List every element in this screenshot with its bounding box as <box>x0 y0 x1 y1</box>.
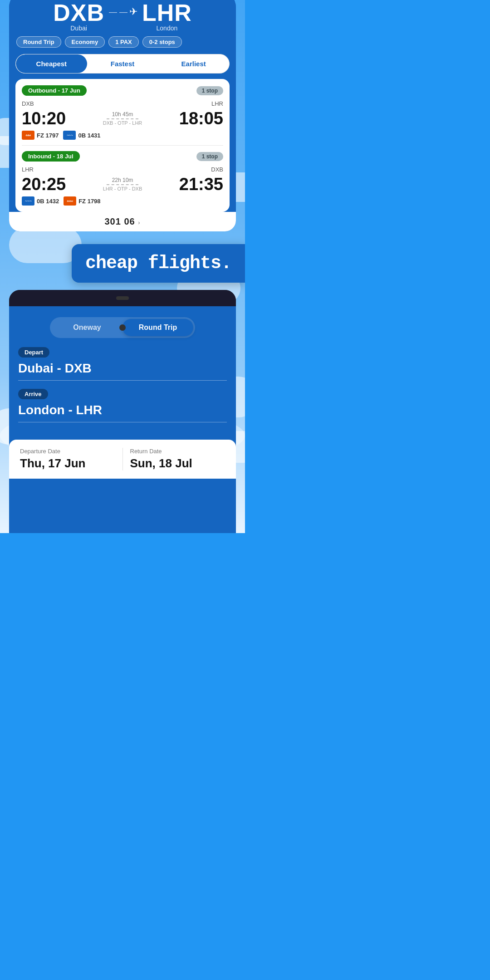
departure-date-col: Departure Date Thu, 17 Jun <box>20 448 123 470</box>
cabin-pill[interactable]: Economy <box>65 36 105 48</box>
route-info-row: Round Trip Economy 1 PAX 0-2 stops <box>9 36 236 54</box>
blue-logo-1: 〜〜〜 <box>63 131 76 140</box>
search-form: Depart Dubai - DXB Arrive London - LHR <box>9 338 236 440</box>
price-preview: 301 06 › <box>9 212 236 231</box>
inbound-flight2-code: FZ 1798 <box>78 198 100 205</box>
cheap-flights-text: cheap flights. <box>85 253 231 274</box>
outbound-dep-time: 10:20 <box>22 110 66 127</box>
outbound-section: Outbound - 17 Jun 1 stop DXB LHR 10:20 1… <box>22 85 223 140</box>
inbound-airports-row: LHR DXB <box>22 166 223 173</box>
depart-label: Depart <box>18 347 49 358</box>
pax-pill[interactable]: 1 PAX <box>108 36 139 48</box>
dates-row: Departure Date Thu, 17 Jun Return Date S… <box>20 448 225 470</box>
trip-toggle-wrapper: Oneway Round Trip <box>9 306 236 338</box>
inbound-airline-1: 〜〜〜 0B 1432 <box>22 196 59 206</box>
inbound-label: Inbound - 18 Jul <box>22 151 80 162</box>
return-date-value[interactable]: Sun, 18 Jul <box>130 456 225 470</box>
top-phone-mockup: DXB Dubai — — ✈ LHR London Round Trip Ec… <box>9 0 236 231</box>
notch <box>116 296 129 300</box>
divider <box>22 145 223 146</box>
return-date-label: Return Date <box>130 448 225 455</box>
outbound-airlines: dubai FZ 1797 〜〜〜 0B 1431 <box>22 131 223 140</box>
departure-date-label: Departure Date <box>20 448 115 455</box>
banner-container: cheap flights. <box>0 244 245 283</box>
route-header: DXB Dubai — — ✈ LHR London <box>9 0 236 36</box>
tab-earliest[interactable]: Earliest <box>158 54 229 73</box>
trip-type-pill[interactable]: Round Trip <box>16 36 61 48</box>
outbound-flight2-code: 0B 1431 <box>78 132 100 139</box>
sky-background: 〜 〜 〜 〜 DXB Dubai — — ✈ LHR London <box>0 0 245 533</box>
tab-fastest[interactable]: Fastest <box>87 54 158 73</box>
dubai-logo-1: dubai <box>22 131 34 140</box>
outbound-times-row: 10:20 10h 45m DXB - OTP - LHR 18:05 <box>22 110 223 127</box>
outbound-route: DXB - OTP - LHR <box>69 120 176 126</box>
tab-cheapest[interactable]: Cheapest <box>16 54 87 73</box>
toggle-dot <box>119 324 126 331</box>
round-trip-option[interactable]: Round Trip <box>122 319 193 336</box>
outbound-duration-block: 10h 45m DXB - OTP - LHR <box>66 111 179 126</box>
outbound-from: DXB <box>22 100 34 107</box>
inbound-airline-2: dubai FZ 1798 <box>64 196 100 206</box>
return-date-col: Return Date Sun, 18 Jul <box>123 448 225 470</box>
dubai-logo-2: dubai <box>64 196 76 206</box>
inbound-from: LHR <box>22 166 34 173</box>
inbound-times-row: 20:25 22h 10m LHR - OTP - DXB 21:35 <box>22 176 223 193</box>
inbound-section: Inbound - 18 Jul 1 stop LHR DXB 20:25 22… <box>22 151 223 206</box>
inbound-dotted-line <box>69 184 176 185</box>
dest-code: LHR <box>142 0 192 26</box>
outbound-airline-2: 〜〜〜 0B 1431 <box>63 131 100 140</box>
outbound-airline-1: dubai FZ 1797 <box>22 131 59 140</box>
outbound-to: LHR <box>211 100 223 107</box>
flight-direction-arrow: — — ✈ <box>109 6 137 18</box>
outbound-label: Outbound - 17 Jun <box>22 85 87 96</box>
inbound-duration: 22h 10m <box>69 177 176 183</box>
inbound-dep-time: 20:25 <box>22 176 66 193</box>
sort-tabs: Cheapest Fastest Earliest <box>15 54 230 74</box>
inbound-duration-block: 22h 10m LHR - OTP - DXB <box>66 177 179 191</box>
inbound-stop-badge: 1 stop <box>196 152 223 161</box>
arrive-value[interactable]: London - LHR <box>18 403 227 422</box>
bottom-phone-inner: Oneway Round Trip Depart Dubai - DXB Arr… <box>9 306 236 533</box>
inbound-to: DXB <box>211 166 223 173</box>
stops-pill[interactable]: 0-2 stops <box>142 36 182 48</box>
origin-code: DXB <box>53 0 104 26</box>
outbound-duration: 10h 45m <box>69 111 176 118</box>
blue-logo-2: 〜〜〜 <box>22 196 34 206</box>
inbound-flight1-code: 0B 1432 <box>37 198 59 205</box>
bottom-phone-mockup: Oneway Round Trip Depart Dubai - DXB Arr… <box>9 290 236 533</box>
outbound-flight1-code: FZ 1797 <box>37 132 59 139</box>
depart-value[interactable]: Dubai - DXB <box>18 361 227 381</box>
dates-section: Departure Date Thu, 17 Jun Return Date S… <box>9 440 236 479</box>
outbound-stop-badge: 1 stop <box>196 86 223 95</box>
outbound-arr-time: 18:05 <box>179 110 223 127</box>
inbound-arr-time: 21:35 <box>179 176 223 193</box>
flight-results: Outbound - 17 Jun 1 stop DXB LHR 10:20 1… <box>15 79 230 212</box>
outbound-airports-row: DXB LHR <box>22 100 223 107</box>
cheap-flights-box: cheap flights. <box>72 244 245 283</box>
departure-date-value[interactable]: Thu, 17 Jun <box>20 456 115 470</box>
notch-bar <box>9 290 236 306</box>
inbound-route: LHR - OTP - DXB <box>69 186 176 191</box>
arrive-label: Arrive <box>18 389 48 399</box>
trip-toggle: Oneway Round Trip <box>50 317 195 338</box>
outbound-dotted-line <box>69 118 176 119</box>
oneway-option[interactable]: Oneway <box>52 319 122 336</box>
inbound-airlines: 〜〜〜 0B 1432 dubai FZ 1798 <box>22 196 223 206</box>
